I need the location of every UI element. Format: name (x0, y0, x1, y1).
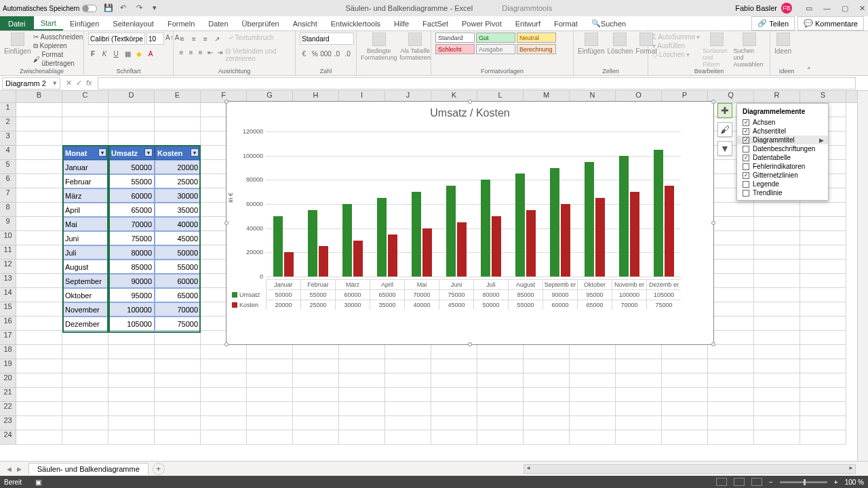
merge-button[interactable]: ⊟ Verbinden und zentrieren (225, 47, 291, 62)
cell[interactable] (708, 260, 754, 274)
macro-record-icon[interactable]: ▣ (35, 479, 41, 486)
cell[interactable] (662, 345, 708, 359)
cell[interactable] (800, 260, 846, 274)
cell[interactable] (708, 345, 754, 359)
cell[interactable] (754, 288, 800, 302)
bar[interactable] (273, 216, 283, 277)
cell[interactable] (16, 245, 62, 260)
cell[interactable] (62, 331, 108, 345)
row-header[interactable]: 9 (0, 217, 16, 231)
cell[interactable] (16, 274, 62, 288)
cell[interactable] (524, 345, 570, 359)
checkbox-icon[interactable]: ✓ (743, 137, 749, 144)
cell[interactable]: September (62, 274, 108, 288)
bar[interactable] (481, 180, 490, 277)
cell[interactable] (16, 430, 62, 445)
cell[interactable]: November (62, 302, 108, 317)
bar-group[interactable] (577, 131, 612, 277)
cell[interactable] (570, 416, 616, 430)
avatar[interactable]: FB (781, 3, 792, 14)
cell[interactable] (662, 373, 708, 388)
filter-dropdown-icon[interactable]: ▾ (191, 148, 199, 157)
chart-element-item[interactable]: ✓Achsen (737, 118, 828, 127)
cell[interactable] (800, 373, 846, 388)
cell[interactable] (524, 430, 570, 445)
cell[interactable] (108, 416, 155, 430)
chart-element-item[interactable]: Datenbeschriftungen (737, 144, 828, 153)
style-bad[interactable]: Schlecht (435, 44, 475, 54)
cell[interactable] (524, 402, 570, 416)
filter-dropdown-icon[interactable]: ▾ (144, 148, 153, 157)
bar-group[interactable] (300, 131, 335, 277)
cell[interactable] (16, 188, 62, 203)
cell[interactable] (108, 402, 155, 416)
row-header[interactable]: 24 (0, 430, 16, 445)
bold-icon[interactable]: F (88, 49, 98, 58)
cell[interactable]: 55000 (108, 174, 155, 188)
cell[interactable] (754, 274, 800, 288)
collapse-ribbon-icon[interactable]: ˄ (803, 31, 815, 75)
cell[interactable]: 80000 (108, 245, 155, 260)
cell[interactable] (431, 402, 477, 416)
page-layout-icon[interactable] (734, 478, 745, 486)
clear-button[interactable]: ◇ Löschen ▾ (652, 50, 700, 59)
checkbox-icon[interactable]: ✓ (743, 155, 749, 161)
close-icon[interactable]: ✕ (859, 4, 865, 13)
cell[interactable] (524, 388, 570, 402)
filter-dropdown-icon[interactable]: ▾ (98, 148, 106, 157)
cell[interactable]: 45000 (155, 231, 201, 245)
cell[interactable] (385, 345, 431, 359)
checkbox-icon[interactable] (743, 181, 749, 188)
cell[interactable] (662, 430, 708, 445)
cell[interactable] (16, 331, 62, 345)
cell[interactable] (62, 117, 108, 131)
cell[interactable] (524, 416, 570, 430)
cell[interactable] (108, 373, 155, 388)
row-header[interactable]: 19 (0, 359, 16, 373)
share-button[interactable]: 🔗 Teilen (751, 16, 795, 30)
sheet-nav[interactable]: ◄► (0, 465, 28, 473)
cell[interactable] (108, 388, 155, 402)
chart-elements-button[interactable]: ✚ (717, 103, 732, 118)
border-icon[interactable]: ▦ (123, 49, 132, 58)
cell[interactable] (431, 359, 477, 373)
table-format-button[interactable]: Als Tabelle formatieren (400, 33, 431, 75)
bar-group[interactable] (542, 131, 577, 277)
cell[interactable]: März (62, 188, 108, 203)
cell[interactable] (16, 231, 62, 245)
cell[interactable]: 60000 (108, 188, 155, 203)
cell[interactable] (616, 359, 662, 373)
cell[interactable] (201, 345, 247, 359)
cell[interactable]: 75000 (155, 317, 201, 331)
cell[interactable] (477, 416, 524, 430)
cell[interactable] (616, 388, 662, 402)
row-header[interactable]: 8 (0, 203, 16, 217)
bar[interactable] (422, 228, 432, 277)
cell[interactable]: 35000 (155, 203, 201, 217)
cell[interactable] (201, 416, 247, 430)
cell[interactable] (754, 430, 800, 445)
cell[interactable]: Februar (62, 174, 108, 188)
file-tab[interactable]: Datei (0, 16, 34, 30)
cell[interactable] (708, 231, 754, 245)
cell[interactable]: 70000 (155, 302, 201, 317)
cell[interactable] (800, 430, 846, 445)
cell[interactable]: 85000 (108, 260, 155, 274)
resize-handle[interactable] (711, 100, 715, 104)
autosum-button[interactable]: Σ AutoSumme ▾ (652, 33, 700, 41)
cell[interactable] (62, 430, 108, 445)
chart-styles-button[interactable]: 🖌 (717, 122, 732, 137)
cell[interactable] (385, 402, 431, 416)
zoom-level[interactable]: 100 % (845, 479, 864, 486)
font-color-icon[interactable]: A (146, 49, 155, 58)
cell[interactable] (62, 359, 108, 373)
cell[interactable] (339, 359, 385, 373)
row-header[interactable]: 3 (0, 131, 16, 146)
zoom-in-icon[interactable]: + (834, 479, 838, 486)
cell[interactable]: 65000 (108, 203, 155, 217)
cell[interactable] (293, 416, 339, 430)
bar[interactable] (353, 241, 363, 277)
underline-icon[interactable]: U (111, 49, 121, 58)
col-header[interactable]: B (16, 91, 62, 102)
cell[interactable] (477, 359, 524, 373)
